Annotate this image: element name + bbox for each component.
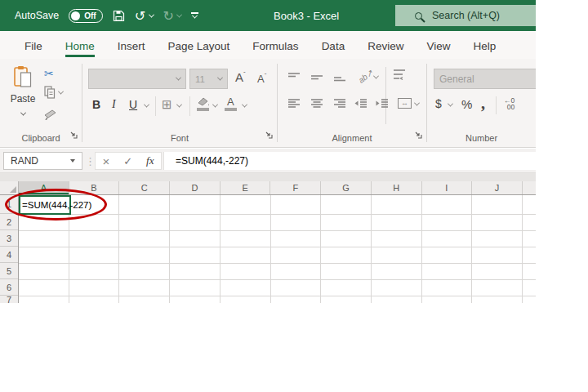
fill-color-icon — [197, 97, 210, 106]
percent-button[interactable]: % — [461, 97, 472, 111]
group-alignment: ab↗ — [278, 59, 426, 147]
merge-dropdown-icon[interactable] — [414, 100, 420, 106]
tab-insert[interactable]: Insert — [106, 31, 157, 59]
autosave-state: Off — [84, 11, 96, 20]
row-header-3[interactable]: 3 — [0, 230, 18, 247]
font-size-select[interactable]: 11 — [189, 69, 228, 89]
font-color-letter: A — [227, 96, 234, 108]
align-center-button[interactable] — [310, 98, 323, 113]
column-header-j[interactable]: J — [472, 181, 523, 194]
copy-icon — [44, 86, 56, 99]
paste-button[interactable]: Paste — [7, 65, 39, 119]
qat-customize-button[interactable] — [191, 0, 198, 31]
align-middle-button[interactable] — [310, 70, 323, 85]
bold-button[interactable]: B — [92, 98, 100, 111]
fill-color-dropdown-icon[interactable] — [212, 102, 218, 108]
row-header-2[interactable]: 2 — [0, 214, 18, 230]
tab-data[interactable]: Data — [310, 31, 357, 59]
align-right-button[interactable] — [333, 98, 346, 113]
search-icon — [415, 12, 422, 20]
tab-view[interactable]: View — [415, 31, 461, 59]
paste-label: Paste — [7, 93, 39, 105]
ribbon: Paste ✂ — [0, 59, 536, 148]
autosave-toggle[interactable]: Off — [69, 9, 102, 23]
align-left-button[interactable] — [287, 98, 301, 113]
insert-function-button[interactable]: fx — [146, 154, 154, 167]
number-format-select[interactable]: General — [434, 69, 536, 89]
font-color-dropdown-icon[interactable] — [242, 102, 247, 108]
increase-indent-button[interactable] — [376, 98, 389, 113]
name-box-dropdown-icon[interactable] — [70, 159, 75, 163]
row-header-5[interactable]: 5 — [0, 263, 18, 279]
shrink-font-button[interactable]: Aˇ — [257, 72, 266, 85]
format-painter-icon — [44, 109, 56, 120]
autosave-label: AutoSave — [15, 10, 59, 21]
row-header-7[interactable]: 7 — [0, 296, 18, 303]
group-clipboard: Paste ✂ — [0, 59, 82, 147]
group-font: 11 Aˆ Aˇ B I U ⊞ — [82, 59, 277, 147]
ribbon-tab-row: File Home Insert Page Layout Formulas Da… — [0, 31, 536, 59]
column-header-d[interactable]: D — [170, 181, 220, 194]
borders-button[interactable]: ⊞ — [162, 97, 172, 112]
increase-decimal-button[interactable]: ←0 00 — [504, 98, 514, 110]
redo-button: ↻ — [163, 0, 182, 31]
formula-grid-divider — [0, 173, 536, 181]
align-top-button[interactable] — [287, 70, 301, 85]
paste-dropdown-icon[interactable] — [20, 110, 25, 116]
enter-button[interactable]: ✓ — [123, 155, 132, 167]
tab-page-layout[interactable]: Page Layout — [157, 31, 242, 59]
cut-icon: ✂ — [44, 67, 54, 80]
select-all-button[interactable] — [0, 181, 19, 194]
row-header-6[interactable]: 6 — [0, 279, 18, 296]
paste-icon — [13, 65, 33, 88]
annotation-ellipse — [5, 189, 107, 220]
currency-dropdown-icon[interactable] — [448, 101, 453, 107]
copy-button[interactable] — [44, 86, 63, 99]
tab-file[interactable]: File — [13, 31, 54, 59]
search-input[interactable]: Search (Alt+Q) — [395, 5, 536, 26]
align-bottom-button[interactable] — [333, 70, 346, 85]
decrease-indent-button[interactable] — [354, 98, 368, 113]
column-header-k-partial[interactable] — [523, 181, 536, 194]
number-group-label: Number — [427, 133, 536, 143]
cut-button[interactable]: ✂ — [44, 67, 54, 80]
grow-font-button[interactable]: Aˆ — [235, 70, 246, 84]
formula-input[interactable]: =SUM(444,-227) — [163, 152, 536, 170]
underline-button[interactable]: U — [129, 98, 137, 111]
tab-review[interactable]: Review — [356, 31, 415, 59]
toggle-knob — [71, 11, 80, 20]
column-header-e[interactable]: E — [220, 181, 271, 194]
formula-bar-buttons: × ✓ fx — [95, 152, 162, 170]
redo-icon: ↻ — [163, 8, 174, 24]
italic-button[interactable]: I — [112, 98, 116, 111]
copy-dropdown-icon[interactable] — [58, 88, 64, 94]
column-header-c[interactable]: C — [119, 181, 170, 194]
undo-dropdown-icon[interactable] — [148, 11, 154, 17]
font-dialog-launcher[interactable] — [265, 127, 273, 142]
select-all-icon — [10, 186, 16, 193]
currency-button[interactable]: $ — [435, 97, 442, 110]
orientation-button[interactable]: ab↗ — [357, 68, 375, 85]
orientation-dropdown-icon[interactable] — [373, 74, 379, 79]
font-name-select[interactable] — [88, 69, 186, 89]
underline-dropdown-icon[interactable] — [144, 102, 149, 108]
comma-style-button[interactable]: , — [481, 97, 485, 109]
save-button[interactable] — [113, 0, 125, 31]
tab-formulas[interactable]: Formulas — [241, 31, 310, 59]
row-header-4[interactable]: 4 — [0, 247, 18, 263]
column-header-h[interactable]: H — [372, 181, 422, 194]
column-header-g[interactable]: G — [321, 181, 372, 194]
tab-home[interactable]: Home — [54, 31, 106, 59]
merge-center-button[interactable]: ↔ — [398, 98, 412, 109]
wrap-text-button[interactable] — [393, 69, 406, 84]
clipboard-dialog-launcher[interactable] — [69, 127, 78, 142]
undo-button[interactable]: ↺ — [135, 0, 154, 31]
column-header-i[interactable]: I — [422, 181, 473, 194]
borders-dropdown-icon[interactable] — [176, 102, 182, 108]
tab-help[interactable]: Help — [461, 31, 507, 59]
alignment-dialog-launcher[interactable] — [414, 127, 422, 142]
cancel-button[interactable]: × — [102, 154, 109, 168]
name-box[interactable]: RAND — [3, 152, 82, 170]
format-painter-button[interactable] — [44, 109, 56, 120]
column-header-f[interactable]: F — [270, 181, 321, 194]
